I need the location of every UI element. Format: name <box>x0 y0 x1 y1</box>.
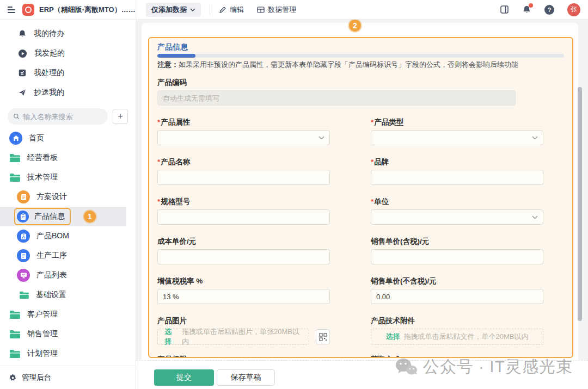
tech-attachment-upload[interactable]: 选择 拖拽或单击后粘贴文件，单个20MB以内 <box>371 329 543 345</box>
field-label-acquire-method: 获取方式 <box>371 355 543 358</box>
top-bar: ERP（精细版-离散MTO）…… 仅添加数据 编辑 数据管理 ? 张 <box>0 0 588 20</box>
sidebar-item-label: 我发起的 <box>34 48 65 58</box>
required-mark: * <box>157 158 160 166</box>
folder-icon <box>9 310 21 319</box>
progress-fill <box>157 54 195 58</box>
sidebar: 我的待办 我发起的 我处理的 抄送我的 + 首页 经营看板 技术管 <box>0 20 136 389</box>
chevron-down-icon <box>318 136 324 140</box>
play-circle-icon <box>18 49 27 58</box>
sidebar-item-label: 抄送我的 <box>34 88 64 97</box>
sidebar-item-plan-manage[interactable]: 计划管理 <box>0 344 136 363</box>
sidebar-item-product-info[interactable]: 产品信息 1 <box>0 207 126 226</box>
field-label-brand: *品牌 <box>371 157 543 166</box>
required-mark: * <box>371 197 373 206</box>
sidebar-item-label: 技术管理 <box>27 172 58 182</box>
brand-input[interactable] <box>371 170 543 185</box>
sidebar-item-customer-manage[interactable]: 客户管理 <box>0 305 136 324</box>
field-label-product-type: *产品类型 <box>371 118 543 127</box>
sidebar-item-product-list[interactable]: 产品列表 <box>0 265 136 285</box>
data-manage-label: 数据管理 <box>268 5 296 15</box>
sidebar-item-label: 计划管理 <box>27 349 58 359</box>
sidebar-item-home[interactable]: 首页 <box>0 128 136 148</box>
user-avatar[interactable]: 张 <box>567 3 580 16</box>
sidebar-item-sales-manage[interactable]: 销售管理 <box>0 324 136 344</box>
folder-icon <box>9 173 21 182</box>
sidebar-item-label: 我处理的 <box>34 68 64 78</box>
chevron-down-icon <box>532 136 538 140</box>
notifications-bell-icon[interactable] <box>522 5 531 14</box>
form-title: 产品信息 <box>157 42 564 51</box>
sidebar-item-basic-settings[interactable]: 基础设置 <box>0 285 136 305</box>
sale-price-incl-input[interactable] <box>371 249 543 264</box>
product-image-upload[interactable]: 选择 拖拽或单击后粘贴图片，单张20MB以内 <box>157 329 309 345</box>
sidebar-item-label: 生产工序 <box>36 251 67 261</box>
field-label-product-image: 产品图片 <box>157 316 330 325</box>
cost-price-input[interactable] <box>157 249 330 264</box>
upload-select-label: 选择 <box>164 327 178 347</box>
document-icon <box>17 190 30 203</box>
collapse-menu-icon[interactable] <box>8 7 15 13</box>
sidebar-item-label: 客户管理 <box>27 310 58 319</box>
admin-backend-button[interactable]: 管理后台 <box>0 366 136 389</box>
clipboard-icon <box>17 211 29 223</box>
monitor-icon <box>17 269 30 282</box>
folder-icon <box>9 349 21 359</box>
sidebar-item-label: 产品信息 <box>34 212 65 221</box>
add-button[interactable]: + <box>113 109 128 124</box>
sidebar-item-my-initiated[interactable]: 我发起的 <box>0 44 136 63</box>
sidebar-item-label: 产品BOM <box>36 231 69 241</box>
upload-hint: 拖拽或单击后粘贴文件，单个20MB以内 <box>404 332 529 342</box>
product-info-form: 产品信息 注意：如果采用非预设的产品属性，需更新本表单隐藏字段「产品编码标识号」… <box>148 37 573 358</box>
submit-button[interactable]: 提交 <box>154 369 214 386</box>
spec-model-input[interactable] <box>157 209 330 225</box>
sidebar-item-label: 我的待办 <box>34 29 64 39</box>
sale-price-excl-input[interactable] <box>371 289 543 304</box>
qr-scan-button[interactable] <box>316 329 330 344</box>
field-label-unit: *单位 <box>371 197 543 206</box>
mode-selector-label: 仅添加数据 <box>151 5 187 15</box>
sidebar-item-my-handled[interactable]: 我处理的 <box>0 63 136 83</box>
search-input[interactable] <box>23 113 102 121</box>
admin-backend-label: 管理后台 <box>22 373 51 382</box>
sidebar-item-my-todo[interactable]: 我的待办 <box>0 24 136 44</box>
sidebar-item-plan-design[interactable]: 方案设计 <box>0 187 136 207</box>
chevron-down-icon <box>532 215 538 219</box>
field-label-vat-rate: 增值税税率 % <box>157 276 330 286</box>
sidebar-item-product-bom[interactable]: 产品BOM <box>0 226 136 246</box>
unit-select[interactable] <box>371 209 543 225</box>
field-label-sale-price-incl: 销售单价(含税)/元 <box>371 237 543 246</box>
progress-bar <box>157 54 564 58</box>
pencil-icon <box>219 6 226 14</box>
data-manage-button[interactable]: 数据管理 <box>257 5 296 15</box>
sidebar-item-label: 方案设计 <box>36 192 67 202</box>
product-name-input[interactable] <box>157 170 330 185</box>
sidebar-item-business-board[interactable]: 经营看板 <box>0 148 136 168</box>
folder-icon <box>9 153 21 163</box>
sidebar-item-tech-manage[interactable]: 技术管理 <box>0 168 136 187</box>
help-icon[interactable]: ? <box>544 5 554 15</box>
form-action-bar: 提交 保存草稿 <box>136 360 588 389</box>
sidebar-item-cc-me[interactable]: 抄送我的 <box>0 83 136 102</box>
edit-button[interactable]: 编辑 <box>219 5 244 15</box>
sidebar-item-label: 经营看板 <box>27 153 58 163</box>
mode-selector-button[interactable]: 仅添加数据 <box>146 3 201 17</box>
notice-label: 注意： <box>157 60 179 69</box>
vat-rate-input[interactable] <box>157 289 330 304</box>
product-attr-select[interactable] <box>157 130 330 145</box>
sidebar-item-production-process[interactable]: 生产工序 <box>0 246 136 265</box>
required-mark: * <box>371 158 373 166</box>
upload-select-label: 选择 <box>386 332 400 342</box>
gear-icon <box>9 374 17 382</box>
sidebar-item-label: 产品列表 <box>36 270 67 280</box>
save-draft-button[interactable]: 保存草稿 <box>217 369 275 386</box>
field-label-tech-attachment: 产品技术附件 <box>371 316 543 325</box>
folder-icon <box>19 291 29 299</box>
panel-toggle-icon[interactable] <box>500 5 509 14</box>
scrollbar[interactable] <box>578 87 582 321</box>
product-type-select[interactable] <box>371 130 543 145</box>
required-mark: * <box>157 118 160 126</box>
app-title: ERP（精细版-离散MTO）…… <box>39 5 136 15</box>
sidebar-search[interactable] <box>8 108 108 125</box>
notice-text: 如果采用非预设的产品属性，需更新本表单隐藏字段「产品编码标识号」字段的公式，否则… <box>179 60 518 69</box>
step-badge-1: 1 <box>84 211 96 223</box>
